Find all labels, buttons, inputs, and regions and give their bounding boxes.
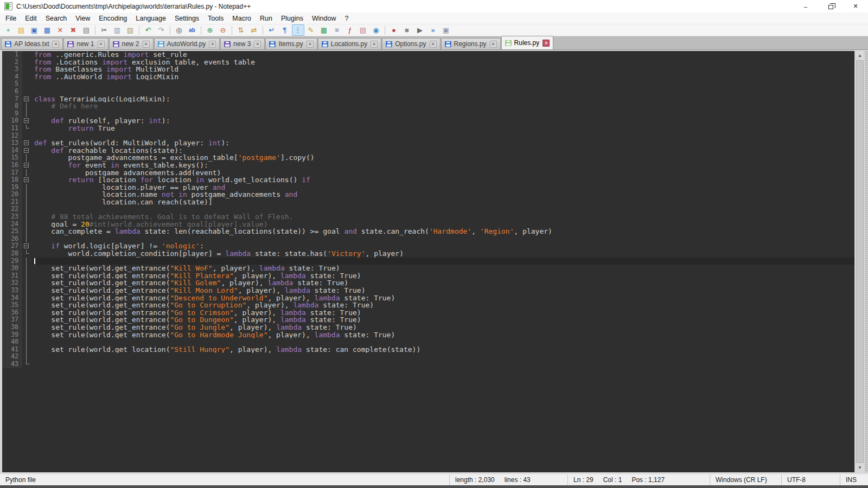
status-encoding[interactable]: UTF-8 bbox=[781, 474, 840, 485]
code-text[interactable]: def set_rules(world: MultiWorld, player:… bbox=[33, 139, 854, 147]
status-insert-mode[interactable]: INS bbox=[840, 474, 868, 485]
code-text[interactable]: # 88 total achievements. Goal is to defe… bbox=[33, 213, 854, 221]
define-language-icon[interactable]: ✎ bbox=[305, 24, 317, 36]
code-text[interactable]: def rule(self, player: int): bbox=[33, 117, 854, 125]
menu-item-settings[interactable]: Settings bbox=[170, 12, 203, 24]
code-text[interactable]: set_rule(world.get_entrance("Kill Moon L… bbox=[33, 287, 854, 294]
fold-toggle-icon[interactable]: − bbox=[24, 243, 29, 248]
menu-item-window[interactable]: Window bbox=[308, 12, 340, 24]
undo-icon[interactable]: ↶ bbox=[142, 24, 155, 36]
menu-item-search[interactable]: Search bbox=[41, 12, 72, 24]
close-file-icon[interactable]: ✕ bbox=[54, 24, 67, 36]
show-indent-guide-icon[interactable]: ⋮ bbox=[292, 24, 304, 36]
zoom-in-icon[interactable]: ⊕ bbox=[204, 24, 216, 36]
code-text[interactable]: def reachable_locations(state): bbox=[33, 147, 854, 155]
code-text[interactable]: from BaseClasses import MultiWorld bbox=[33, 66, 854, 73]
restore-button[interactable] bbox=[818, 0, 843, 12]
code-text[interactable]: goal = 20#int(world.achievement_goal[pla… bbox=[33, 221, 854, 228]
document-list-icon[interactable]: ≡ bbox=[331, 24, 343, 36]
code-text[interactable] bbox=[33, 206, 854, 213]
print-icon[interactable]: ▤ bbox=[80, 24, 93, 36]
fold-toggle-icon[interactable]: − bbox=[24, 163, 29, 168]
tab-items-py[interactable]: Items.py✕ bbox=[265, 38, 317, 49]
tab-close-icon[interactable]: ✕ bbox=[490, 41, 497, 48]
code-text[interactable]: if world.logic[player] != 'nologic': bbox=[33, 242, 854, 250]
code-text[interactable]: world.completion_condition[player] = lam… bbox=[33, 250, 854, 258]
code-text[interactable]: return [location for location in world.g… bbox=[33, 176, 854, 184]
replace-icon[interactable]: ab bbox=[186, 24, 199, 36]
tab-close-icon[interactable]: ✕ bbox=[254, 41, 261, 48]
code-text[interactable]: set_rule(world.get_entrance("Kill Plante… bbox=[33, 272, 854, 280]
tab-close-icon[interactable]: ✕ bbox=[371, 41, 378, 48]
macro-run-multiple-icon[interactable]: » bbox=[427, 24, 439, 36]
code-text[interactable]: postgame_advancements.add(event) bbox=[33, 169, 854, 177]
macro-record-icon[interactable]: ● bbox=[388, 24, 400, 36]
new-file-icon[interactable]: + bbox=[2, 24, 15, 36]
code-text[interactable]: location.name not in postgame_advancemen… bbox=[33, 191, 854, 198]
tab-close-icon[interactable]: ✕ bbox=[143, 41, 150, 48]
tab-ap-ideas-txt[interactable]: AP Ideas.txt✕ bbox=[1, 38, 63, 49]
code-text[interactable]: set_rule(world.get_entrance("Go to Corru… bbox=[33, 301, 854, 309]
tab-regions-py[interactable]: Regions.py✕ bbox=[441, 38, 501, 49]
menu-item-run[interactable]: Run bbox=[256, 12, 277, 24]
folder-as-workspace-icon[interactable]: ▤ bbox=[357, 24, 369, 36]
code-text[interactable] bbox=[33, 353, 854, 361]
tab-new-3[interactable]: new 3✕ bbox=[220, 38, 265, 49]
tab-new-1[interactable]: new 1✕ bbox=[63, 38, 108, 49]
scroll-up-icon[interactable]: ▲ bbox=[855, 51, 865, 60]
find-icon[interactable]: ◎ bbox=[173, 24, 186, 36]
code-text[interactable]: can_complete = lambda state: len(reachab… bbox=[33, 228, 854, 235]
tab-rules-py[interactable]: Rules.py✕ bbox=[501, 36, 554, 49]
zoom-out-icon[interactable]: ⊖ bbox=[217, 24, 229, 36]
menu-item-tools[interactable]: Tools bbox=[203, 12, 228, 24]
code-text[interactable]: set_rule(world.get_entrance("Descend to … bbox=[33, 294, 854, 302]
macro-save-icon[interactable]: ▣ bbox=[440, 24, 452, 36]
fold-toggle-icon[interactable]: − bbox=[24, 140, 29, 145]
monitoring-icon[interactable]: ◉ bbox=[370, 24, 382, 36]
tab-close-icon[interactable]: ✕ bbox=[52, 41, 59, 48]
tab-close-icon[interactable]: ✕ bbox=[98, 41, 105, 48]
code-text[interactable]: set_rule(world.get_entrance("Kill Golem"… bbox=[33, 279, 854, 287]
code-text[interactable]: set_rule(world.get_entrance("Go to Dunge… bbox=[33, 316, 854, 324]
tab-close-icon[interactable]: ✕ bbox=[542, 40, 550, 47]
code-text[interactable]: location.can_reach(state)] bbox=[33, 198, 854, 206]
code-text[interactable]: set_rule(world.get_entrance("Kill WoF", … bbox=[33, 265, 854, 272]
tab-close-icon[interactable]: ✕ bbox=[209, 41, 216, 48]
sync-vertical-scroll-icon[interactable]: ⇅ bbox=[235, 24, 247, 36]
sync-horizontal-scroll-icon[interactable]: ⇄ bbox=[248, 24, 260, 36]
word-wrap-icon[interactable]: ↵ bbox=[266, 24, 278, 36]
code-text[interactable]: class TerrariaLogic(LogicMixin): bbox=[33, 95, 854, 103]
code-text[interactable]: set_rule(world.get_entrance("Go to Hardm… bbox=[33, 331, 854, 339]
code-text[interactable] bbox=[33, 88, 854, 95]
menu-item-encoding[interactable]: Encoding bbox=[94, 12, 131, 24]
code-editor[interactable]: 1from ..generic.Rules import set_rule2fr… bbox=[2, 51, 854, 472]
menu-item-[interactable]: ? bbox=[340, 12, 353, 24]
scroll-down-icon[interactable]: ▼ bbox=[855, 463, 865, 472]
tab-locations-py[interactable]: Locations.py✕ bbox=[318, 38, 381, 49]
minimize-button[interactable]: – bbox=[793, 0, 818, 12]
code-text[interactable]: from ..AutoWorld import LogicMixin bbox=[33, 73, 854, 81]
code-text[interactable] bbox=[33, 110, 854, 118]
fold-toggle-icon[interactable]: − bbox=[24, 118, 29, 123]
window-resize-edge[interactable] bbox=[865, 51, 868, 472]
code-text[interactable] bbox=[33, 361, 854, 368]
scrollbar-thumb[interactable] bbox=[856, 60, 864, 463]
code-text[interactable]: for event in events_table.keys(): bbox=[33, 162, 854, 169]
paste-icon[interactable]: ▧ bbox=[124, 24, 137, 36]
code-text[interactable]: set_rule(world.get_entrance("Go to Jungl… bbox=[33, 324, 854, 331]
tab-close-icon[interactable]: ✕ bbox=[307, 41, 314, 48]
save-all-icon[interactable]: ▦ bbox=[41, 24, 54, 36]
code-text[interactable]: return True bbox=[33, 125, 854, 132]
tab-autoworld-py[interactable]: AutoWorld.py✕ bbox=[154, 38, 220, 49]
code-text[interactable]: location.player == player and bbox=[33, 184, 854, 191]
tab-options-py[interactable]: Options.py✕ bbox=[382, 38, 440, 49]
code-text[interactable]: set_rule(world.get_location("Still Hungr… bbox=[33, 346, 854, 354]
code-text[interactable]: from .Locations import exclusion_table, … bbox=[33, 59, 854, 66]
vertical-scrollbar[interactable]: ▲ ▼ bbox=[854, 51, 865, 472]
code-text[interactable] bbox=[33, 338, 854, 346]
menu-item-macro[interactable]: Macro bbox=[228, 12, 256, 24]
redo-icon[interactable]: ↷ bbox=[155, 24, 168, 36]
fold-toggle-icon[interactable]: − bbox=[24, 148, 29, 153]
code-text[interactable]: # Defs here bbox=[33, 102, 854, 110]
save-icon[interactable]: ▣ bbox=[28, 24, 41, 36]
